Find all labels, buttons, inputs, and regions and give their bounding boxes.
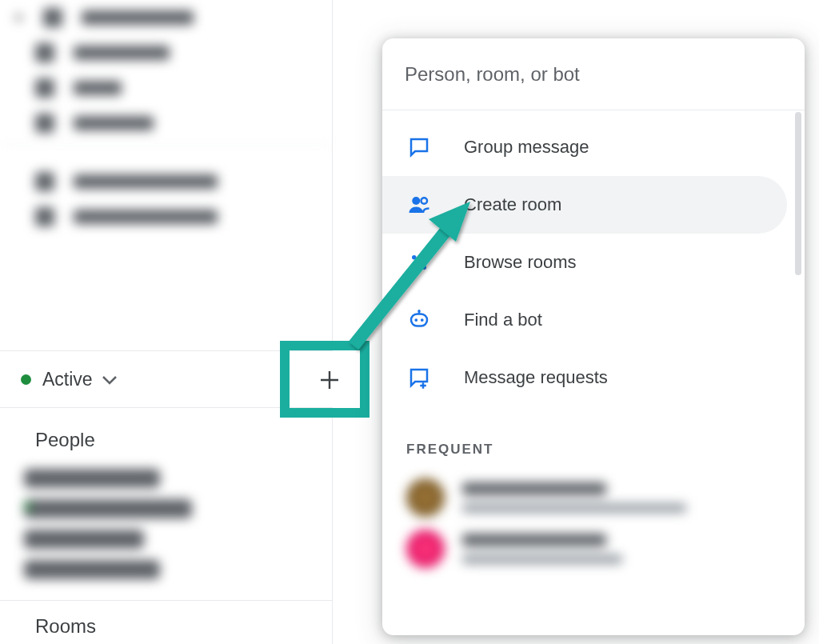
svg-point-4	[412, 266, 417, 270]
frequent-section-label: FREQUENT	[382, 406, 805, 472]
popup-menu-list: Group message Create room	[382, 110, 805, 406]
svg-point-0	[412, 197, 420, 205]
frequent-contact-row[interactable]	[382, 472, 805, 523]
svg-point-9	[421, 318, 424, 322]
presence-dot-icon	[21, 374, 31, 385]
new-chat-button[interactable]	[307, 358, 352, 402]
svg-rect-7	[411, 314, 427, 326]
group-message-item[interactable]: Group message	[382, 118, 787, 176]
message-request-icon	[406, 366, 432, 390]
chat-bubble-icon	[406, 135, 432, 159]
bot-icon	[406, 308, 432, 332]
people-section-header: People	[0, 416, 333, 464]
status-label: Active	[42, 369, 93, 390]
rooms-section-header: Rooms	[0, 600, 333, 644]
svg-point-3	[422, 255, 427, 260]
browse-rooms-icon	[406, 250, 432, 274]
chevron-down-icon	[102, 376, 117, 386]
frequent-contact-row[interactable]	[382, 523, 805, 574]
avatar	[406, 530, 445, 568]
svg-point-5	[422, 266, 427, 270]
avatar	[406, 478, 445, 517]
people-list-blurred	[24, 458, 280, 590]
svg-point-6	[417, 310, 421, 313]
sidebar-blurred-upper	[0, 0, 332, 234]
svg-point-1	[421, 198, 428, 204]
browse-rooms-item[interactable]: Browse rooms	[382, 234, 787, 291]
svg-point-8	[414, 318, 417, 322]
people-group-icon	[406, 193, 432, 217]
chat-status-row[interactable]: Active	[0, 350, 333, 408]
chat-sidebar: Active People Rooms	[0, 0, 333, 644]
popup-scrollbar[interactable]	[795, 112, 801, 275]
message-requests-item[interactable]: Message requests	[382, 349, 787, 406]
menu-label: Message requests	[464, 367, 608, 388]
new-chat-popup: Group message Create room	[382, 38, 805, 635]
menu-label: Group message	[464, 137, 589, 158]
menu-label: Create room	[464, 194, 561, 215]
search-row	[382, 38, 805, 110]
create-room-item[interactable]: Create room	[382, 176, 787, 234]
search-input[interactable]	[405, 63, 782, 86]
find-bot-item[interactable]: Find a bot	[382, 291, 787, 349]
plus-icon	[318, 368, 342, 392]
menu-label: Find a bot	[464, 310, 542, 330]
menu-label: Browse rooms	[464, 252, 577, 273]
svg-point-2	[412, 255, 417, 260]
